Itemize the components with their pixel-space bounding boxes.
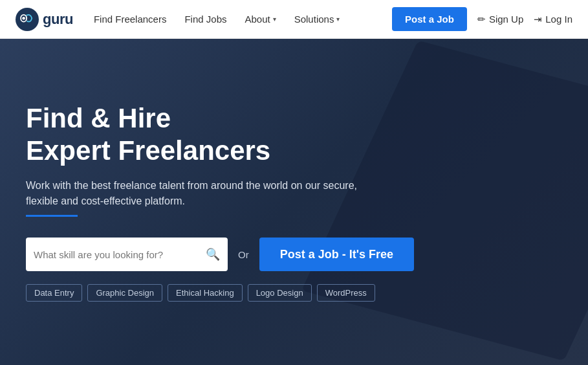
hero-subtitle: Work with the best freelance talent from…	[26, 178, 375, 210]
sign-up-button[interactable]: ✏ Sign Up	[477, 14, 523, 25]
tag-data-entry[interactable]: Data Entry	[26, 284, 82, 302]
search-row: 🔍 Or Post a Job - It's Free	[26, 238, 414, 271]
tags-row: Data Entry Graphic Design Ethical Hackin…	[26, 284, 414, 302]
svg-point-2	[22, 16, 25, 19]
navbar: guru Find Freelancers Find Jobs About ▾ …	[0, 0, 588, 39]
nav-right: Post a Job ✏ Sign Up ⇥ Log In	[392, 7, 572, 31]
tag-graphic-design[interactable]: Graphic Design	[87, 284, 162, 302]
search-input[interactable]	[34, 249, 201, 260]
hero-content: Find & Hire Expert Freelancers Work with…	[26, 102, 414, 302]
nav-solutions[interactable]: Solutions ▾	[294, 14, 340, 25]
search-icon: 🔍	[206, 247, 220, 261]
login-icon: ⇥	[534, 14, 542, 25]
hero-underline-decoration	[26, 215, 78, 217]
or-divider-text: Or	[238, 249, 249, 260]
tag-ethical-hacking[interactable]: Ethical Hacking	[168, 284, 243, 302]
about-chevron-icon: ▾	[273, 16, 276, 23]
svg-point-0	[16, 8, 39, 31]
nav-post-job-button[interactable]: Post a Job	[392, 7, 467, 31]
pencil-icon: ✏	[477, 14, 486, 25]
guru-logo-icon	[16, 8, 39, 31]
tag-wordpress[interactable]: WordPress	[317, 284, 375, 302]
logo-link[interactable]: guru	[16, 8, 73, 31]
nav-links: Find Freelancers Find Jobs About ▾ Solut…	[94, 14, 392, 25]
log-in-button[interactable]: ⇥ Log In	[534, 14, 572, 25]
nav-find-jobs[interactable]: Find Jobs	[184, 14, 226, 25]
search-box: 🔍	[26, 238, 228, 271]
hero-title: Find & Hire Expert Freelancers	[26, 102, 414, 168]
nav-about[interactable]: About ▾	[245, 14, 276, 25]
tag-logo-design[interactable]: Logo Design	[248, 284, 312, 302]
solutions-chevron-icon: ▾	[336, 16, 340, 23]
hero-section: Find & Hire Expert Freelancers Work with…	[0, 39, 588, 365]
nav-find-freelancers[interactable]: Find Freelancers	[94, 14, 167, 25]
hero-post-job-button[interactable]: Post a Job - It's Free	[259, 238, 414, 271]
logo-text: guru	[43, 11, 73, 28]
